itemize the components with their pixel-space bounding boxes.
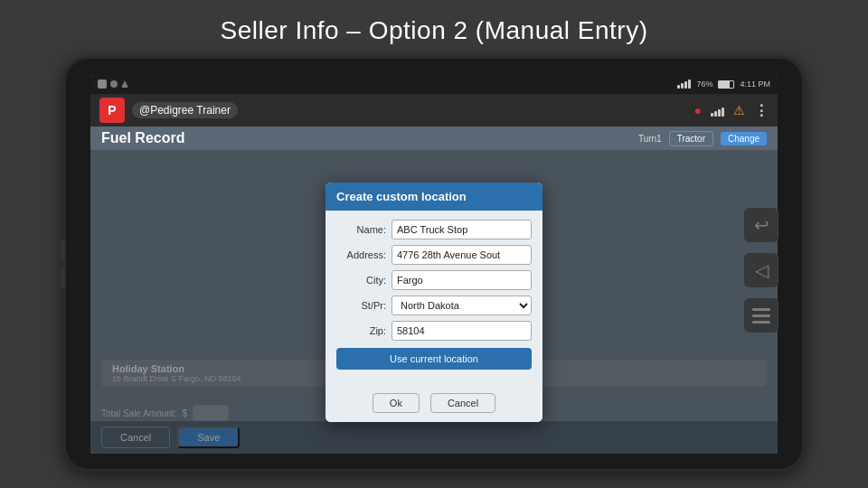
state-select[interactable]: North Dakota: [392, 296, 532, 315]
slide-title: Seller Info – Option 2 (Manual Entry): [221, 16, 648, 45]
clock: 4:11 PM: [740, 80, 770, 89]
zip-input[interactable]: [392, 321, 532, 341]
city-label: City:: [336, 275, 386, 286]
warning-icon: ⚠: [733, 103, 745, 117]
sig2: [714, 111, 717, 117]
name-input[interactable]: [392, 220, 532, 239]
modal-body: Name: Address: City:: [326, 211, 542, 386]
sig3: [718, 109, 721, 117]
bar1: [677, 85, 680, 89]
notification-icon: [98, 80, 107, 89]
fuel-record-header: Fuel Record Turn1 Tractor Change: [90, 127, 778, 150]
more-menu-icon[interactable]: ⋮: [754, 102, 769, 119]
battery-percent: 76%: [696, 80, 712, 89]
zip-row: Zip:: [336, 321, 532, 341]
address-row: Address:: [336, 245, 532, 265]
change-button[interactable]: Change: [721, 132, 767, 145]
app-bar-right: ● ⚠ ⋮: [694, 102, 769, 119]
bar2: [681, 83, 684, 89]
app-bar: P @Pedigree Trainer ● ⚠ ⋮: [90, 94, 778, 127]
name-label: Name:: [336, 224, 386, 235]
status-bar: 76% 4:11 PM: [90, 74, 778, 94]
red-alert-icon: ●: [694, 103, 702, 117]
modal-footer: Ok Cancel: [326, 386, 542, 422]
volume-up-button[interactable]: [61, 239, 65, 261]
sig4: [722, 108, 724, 117]
status-right-area: 76% 4:11 PM: [677, 80, 770, 89]
bar3: [684, 81, 687, 89]
turn-label: Turn1: [638, 134, 662, 144]
address-label: Address:: [336, 249, 386, 260]
form-background: Holiday Station 15 Brandt Drive S Fargo,…: [90, 150, 778, 454]
bluetooth-icon: [110, 80, 118, 88]
app-logo: P: [99, 98, 125, 123]
header-right: Turn1 Tractor Change: [638, 131, 767, 146]
modal-overlay: Create custom location Name: Address:: [90, 150, 778, 454]
state-row: St/Pr: North Dakota: [336, 296, 532, 315]
tablet-screen: 76% 4:11 PM P @Pedigree Trainer ● ⚠: [90, 74, 778, 454]
battery-fill: [719, 81, 729, 88]
state-label: St/Pr:: [336, 300, 386, 311]
sig1: [711, 113, 713, 117]
battery-icon: [718, 80, 734, 89]
volume-down-button[interactable]: [61, 267, 65, 288]
zip-label: Zip:: [336, 325, 386, 336]
city-row: City:: [336, 270, 532, 290]
signal-bars: [677, 80, 691, 89]
create-location-modal: Create custom location Name: Address:: [326, 183, 542, 422]
name-row: Name:: [336, 220, 532, 239]
modal-title: Create custom location: [336, 190, 467, 203]
ok-button[interactable]: Ok: [373, 393, 420, 413]
tablet-left-buttons: [61, 239, 65, 288]
modal-header: Create custom location: [326, 183, 542, 211]
wifi-icon: [121, 80, 128, 88]
tablet-frame: 76% 4:11 PM P @Pedigree Trainer ● ⚠: [63, 56, 805, 472]
use-current-location-button[interactable]: Use current location: [336, 348, 532, 370]
content-area: Fuel Record Turn1 Tractor Change Holiday…: [90, 127, 778, 454]
vehicle-type-dropdown[interactable]: Tractor: [669, 131, 713, 146]
address-input[interactable]: [392, 245, 532, 265]
bar4: [688, 80, 691, 89]
modal-cancel-button[interactable]: Cancel: [430, 393, 495, 413]
signal-strength: [711, 104, 724, 117]
status-left-icons: [98, 80, 128, 89]
fuel-record-title: Fuel Record: [101, 130, 184, 146]
city-input[interactable]: [392, 270, 532, 290]
app-name-badge: @Pedigree Trainer: [132, 102, 238, 118]
